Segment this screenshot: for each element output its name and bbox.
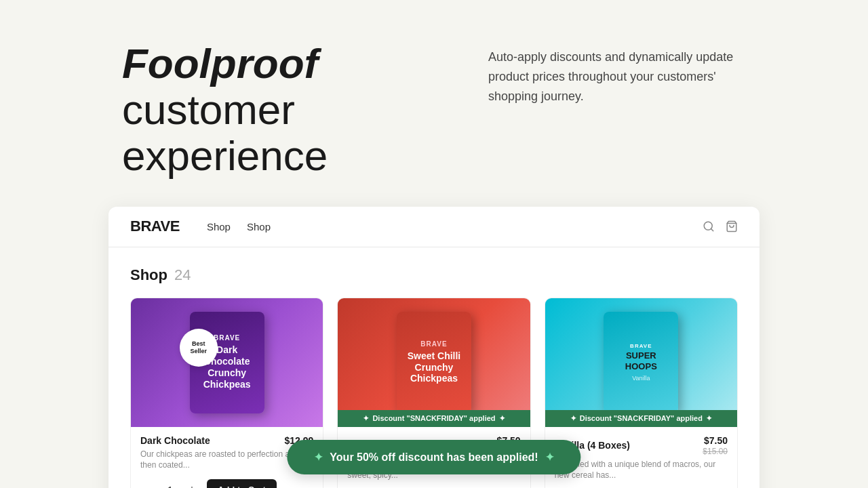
- hero-title-normal: customer experience: [122, 86, 328, 179]
- svg-line-1: [711, 229, 713, 231]
- notification-text: Your 50% off discount has been applied!: [330, 451, 538, 464]
- discount-banner-sweet-chilli: ✦ Discount "SNACKFRIDAY" applied ✦: [338, 410, 530, 427]
- search-button[interactable]: [703, 220, 715, 232]
- pkg-vanilla-product: SUPER HOOPS: [609, 350, 673, 371]
- product-bg-purple: Best Seller BRAVE Dark Chocolate Crunchy…: [131, 298, 323, 427]
- discount-diamond-right: ✦: [499, 414, 505, 423]
- product-bg-red: BRAVE Sweet Chilli Crunchy Chickpeas: [338, 298, 530, 427]
- store-navbar: BRAVE Shop Shop: [108, 207, 760, 247]
- qty-increase-dark-choc[interactable]: +: [184, 482, 200, 488]
- product-actions-dark-choc: − 1 + Add to Cart: [140, 479, 313, 488]
- best-seller-line1: Best: [192, 340, 205, 348]
- discount-diamond-right-v: ✦: [706, 414, 712, 423]
- discount-text-vanilla: Discount "SNACKFRIDAY" applied: [580, 414, 703, 422]
- hero-title-block: Foolproof customer experience: [122, 41, 407, 180]
- hero-title-italic: Foolproof: [122, 40, 318, 87]
- price-current-vanilla: $7.50: [704, 435, 728, 446]
- product-image-sweet-chilli: BRAVE Sweet Chilli Crunchy Chickpeas ✦ D…: [338, 298, 530, 427]
- package-vanilla: BRAVE SUPER HOOPS Vanilla: [604, 312, 678, 413]
- product-desc-vanilla: Designed with a unique blend of macros, …: [555, 459, 728, 482]
- discount-notification-banner: ✦ Your 50% off discount has been applied…: [287, 440, 580, 474]
- shop-title: Shop: [130, 266, 167, 284]
- discount-diamond-left: ✦: [363, 414, 369, 423]
- add-to-cart-dark-choc[interactable]: Add to Cart: [207, 479, 277, 488]
- pkg-vanilla-sub: Vanilla: [632, 375, 650, 382]
- product-package-vanilla: BRAVE SUPER HOOPS Vanilla: [600, 308, 682, 417]
- pkg-vanilla-brand: BRAVE: [630, 343, 652, 349]
- product-name-price-vanilla: Vanilla (4 Boxes) $7.50 $15.00: [555, 435, 728, 456]
- product-name-dark-choc: Dark Chocolate: [140, 435, 210, 446]
- discount-text-sweet-chilli: Discount "SNACKFRIDAY" applied: [372, 414, 495, 422]
- discount-banner-vanilla: ✦ Discount "SNACKFRIDAY" applied ✦: [545, 410, 737, 427]
- product-package-dark-choc: Best Seller BRAVE Dark Chocolate Crunchy…: [186, 308, 268, 417]
- product-name-price-dark-choc: Dark Chocolate $12.99: [140, 435, 313, 446]
- qty-decrease-dark-choc[interactable]: −: [140, 482, 157, 488]
- pkg-sweet-chilli-name: Sweet Chilli Crunchy Chickpeas: [402, 350, 466, 384]
- nav-links: Shop Shop: [207, 221, 703, 232]
- product-package-sweet-chilli: BRAVE Sweet Chilli Crunchy Chickpeas: [393, 308, 475, 417]
- pkg-dark-choc-brand: BRAVE: [214, 334, 240, 342]
- product-bg-teal: BRAVE SUPER HOOPS Vanilla: [545, 298, 737, 427]
- qty-control-dark-choc: − 1 +: [140, 482, 200, 488]
- price-original-vanilla: $15.00: [703, 447, 728, 456]
- product-image-vanilla: BRAVE SUPER HOOPS Vanilla ✦ Discount "SN…: [545, 298, 737, 427]
- search-icon: [703, 220, 715, 232]
- nav-icons: [703, 220, 738, 232]
- pkg-sweet-chilli-brand: BRAVE: [420, 340, 447, 348]
- nav-link-shop-active[interactable]: Shop: [207, 221, 231, 232]
- discount-diamond-left-v: ✦: [570, 414, 576, 423]
- product-image-dark-chocolate: Best Seller BRAVE Dark Chocolate Crunchy…: [131, 298, 323, 427]
- hero-section: Foolproof customer experience Auto-apply…: [0, 0, 868, 207]
- price-group-vanilla: $7.50 $15.00: [703, 435, 728, 456]
- shop-count: 24: [174, 266, 191, 284]
- nav-link-shop[interactable]: Shop: [247, 221, 271, 232]
- hero-title: Foolproof customer experience: [122, 41, 407, 180]
- best-seller-badge: Best Seller: [180, 329, 218, 367]
- package-sweet-chilli: BRAVE Sweet Chilli Crunchy Chickpeas: [397, 312, 471, 413]
- cart-button[interactable]: [726, 220, 738, 232]
- store-logo: BRAVE: [130, 218, 180, 235]
- hero-description: Auto-apply discounts and dynamically upd…: [488, 41, 746, 106]
- shop-header: Shop 24: [130, 266, 738, 284]
- notification-diamond-right: ✦: [545, 451, 554, 464]
- cart-icon: [726, 220, 738, 232]
- best-seller-line2: Seller: [190, 348, 207, 355]
- notification-diamond-left: ✦: [314, 451, 323, 464]
- qty-value-dark-choc: 1: [163, 485, 177, 488]
